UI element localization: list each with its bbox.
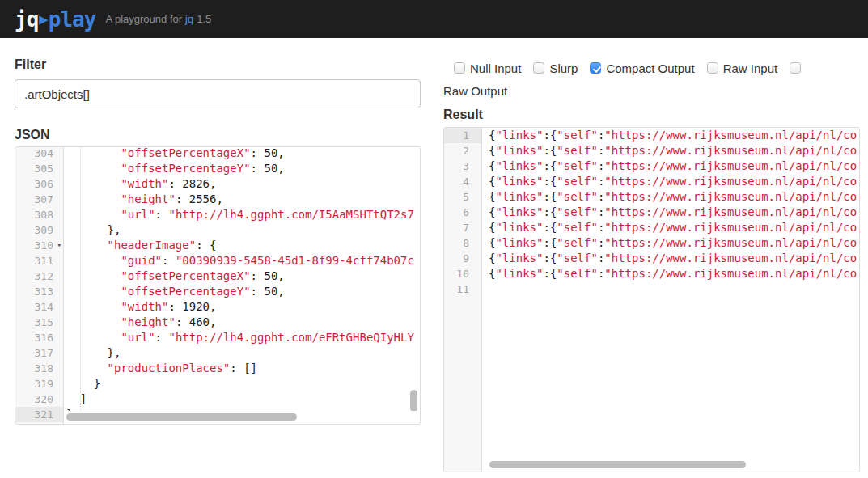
json-editor-hscroll-track[interactable] xyxy=(65,411,419,423)
fold-arrow-icon[interactable]: ▾ xyxy=(57,238,61,253)
line-number: 9 xyxy=(444,251,481,266)
line-number: 317 xyxy=(15,345,63,361)
options-row: Null InputSlurpCompact OutputRaw Input xyxy=(443,59,860,77)
subtitle-version: 1.5 xyxy=(197,13,211,25)
code-line: {"links":{"self":"https://www.rijksmuseu… xyxy=(489,159,857,174)
output-panel: Null InputSlurpCompact OutputRaw Input R… xyxy=(443,49,860,472)
code-line: "offsetPercentageY": 50, xyxy=(66,284,414,299)
line-number: 6 xyxy=(444,205,481,220)
line-number: 1 xyxy=(444,128,481,143)
result-editor-code[interactable]: {"links":{"self":"https://www.rijksmuseu… xyxy=(489,128,857,297)
json-editor-gutter: 304305306307308309310▾311312313314315316… xyxy=(15,147,64,424)
json-editor-horizontal-scrollbar[interactable] xyxy=(66,413,297,421)
line-number: 310▾ xyxy=(15,238,63,253)
code-line: {"links":{"self":"https://www.rijksmuseu… xyxy=(489,205,857,220)
option-raw-output xyxy=(790,62,801,74)
option-compact-output: Compact Output xyxy=(590,61,694,75)
checkbox-raw-input[interactable] xyxy=(707,62,718,74)
code-line: {"links":{"self":"https://www.rijksmuseu… xyxy=(489,220,857,235)
line-number: 309 xyxy=(15,222,63,238)
jq-version-link[interactable]: jq xyxy=(185,13,193,25)
logo-play: play xyxy=(49,7,96,32)
option-label-compact-output[interactable]: Compact Output xyxy=(606,61,694,75)
line-number: 5 xyxy=(444,189,481,205)
code-line: ] xyxy=(66,391,414,407)
subtitle-text: A playground for xyxy=(105,13,182,25)
raw-output-option-label[interactable]: Raw Output xyxy=(443,84,860,98)
line-number: 11 xyxy=(444,281,481,297)
line-number: 320 xyxy=(15,391,63,407)
json-editor-vertical-scrollbar[interactable] xyxy=(410,390,417,412)
checkbox-slurp[interactable] xyxy=(533,62,544,74)
app-subtitle: A playground for jq 1.5 xyxy=(105,13,211,25)
code-line: "offsetPercentageX": 50, xyxy=(66,269,414,284)
code-line: "url": "http://lh4.ggpht.com/eFRtGHBeQIy… xyxy=(66,330,414,345)
json-editor[interactable]: 304305306307308309310▾311312313314315316… xyxy=(15,146,421,425)
option-slurp: Slurp xyxy=(533,61,578,75)
result-editor-hscroll-track[interactable] xyxy=(483,459,858,471)
code-line: "guid": "00390939-5458-45d1-8f99-4cff74b… xyxy=(66,253,414,269)
code-line: "height": 2556, xyxy=(66,192,414,207)
app-header: jq▶play A playground for jq 1.5 xyxy=(0,0,868,38)
result-label: Result xyxy=(443,108,860,121)
line-number: 306 xyxy=(15,176,63,192)
code-line: "url": "http://lh4.ggpht.com/I5AaMSHTtQT… xyxy=(66,207,414,222)
code-line: {"links":{"self":"https://www.rijksmuseu… xyxy=(489,189,857,205)
checkbox-raw-output[interactable] xyxy=(790,62,801,74)
option-raw-input: Raw Input xyxy=(707,61,778,75)
json-editor-code[interactable]: "offsetPercentageX": 50, "offsetPercenta… xyxy=(66,146,414,422)
line-number: 305 xyxy=(15,161,63,176)
line-number: 316 xyxy=(15,330,63,345)
code-line: {"links":{"self":"https://www.rijksmuseu… xyxy=(489,251,857,266)
code-line: {"links":{"self":"https://www.rijksmuseu… xyxy=(489,174,857,189)
line-number: 2 xyxy=(444,143,481,159)
result-editor-horizontal-scrollbar[interactable] xyxy=(489,461,746,468)
result-editor-gutter: 1234567891011 xyxy=(444,128,482,472)
input-panel: Filter JSON 304305306307308309310▾311312… xyxy=(15,49,421,425)
line-number: 304 xyxy=(15,146,63,161)
logo[interactable]: jq▶play xyxy=(15,7,95,32)
line-number: 10 xyxy=(444,266,481,281)
code-line: "productionPlaces": [] xyxy=(66,361,414,376)
line-number: 3 xyxy=(444,159,481,174)
code-line xyxy=(489,281,857,297)
line-number: 312 xyxy=(15,269,63,284)
line-number: 315 xyxy=(15,315,63,330)
option-null-input: Null Input xyxy=(454,61,521,75)
line-number: 311 xyxy=(15,253,63,269)
line-number: 8 xyxy=(444,235,481,251)
filter-input[interactable] xyxy=(15,79,421,108)
line-number: 313 xyxy=(15,284,63,299)
line-number: 319 xyxy=(15,376,63,391)
code-line: "offsetPercentageX": 50, xyxy=(66,146,414,161)
line-number: 307 xyxy=(15,192,63,207)
code-line: "width": 1920, xyxy=(66,299,414,315)
line-number: 318 xyxy=(15,361,63,376)
code-line: "offsetPercentageY": 50, xyxy=(66,161,414,176)
code-line: {"links":{"self":"https://www.rijksmuseu… xyxy=(489,143,857,159)
option-label-slurp[interactable]: Slurp xyxy=(549,61,578,75)
logo-jq: jq xyxy=(15,7,38,32)
code-line: }, xyxy=(66,222,414,238)
option-label-raw-input[interactable]: Raw Input xyxy=(723,61,778,75)
filter-label: Filter xyxy=(15,58,421,71)
code-line: } xyxy=(66,376,414,391)
code-line: "headerImage": { xyxy=(66,238,414,253)
code-line: {"links":{"self":"https://www.rijksmuseu… xyxy=(489,128,857,143)
option-label-null-input[interactable]: Null Input xyxy=(470,61,521,75)
code-line: {"links":{"self":"https://www.rijksmuseu… xyxy=(489,266,857,281)
checkbox-compact-output[interactable] xyxy=(590,62,601,74)
code-line: {"links":{"self":"https://www.rijksmuseu… xyxy=(489,235,857,251)
line-number: 308 xyxy=(15,207,63,222)
checkbox-null-input[interactable] xyxy=(454,62,465,74)
json-label: JSON xyxy=(15,129,421,142)
code-line: "width": 2826, xyxy=(66,176,414,192)
code-line: "height": 460, xyxy=(66,315,414,330)
line-number: 314 xyxy=(15,299,63,315)
result-editor[interactable]: 1234567891011 {"links":{"self":"https://… xyxy=(443,127,860,472)
line-number: 321 xyxy=(15,407,63,422)
line-number: 4 xyxy=(444,174,481,189)
code-line: }, xyxy=(66,345,414,361)
play-arrow-icon: ▶ xyxy=(39,11,47,27)
line-number: 7 xyxy=(444,220,481,235)
